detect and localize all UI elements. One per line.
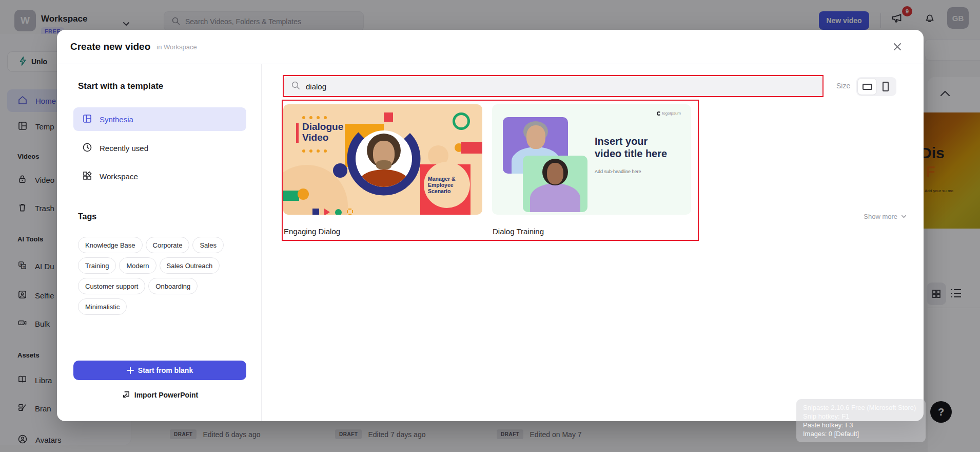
decor-ring: [453, 112, 470, 130]
start-from-blank-label: Start from blank: [138, 366, 193, 374]
app-root: W Workspace FREE Search Videos, Folders …: [0, 0, 980, 452]
templates-icon: [82, 114, 92, 125]
create-new-video-modal: Create new video in Workspace Start with…: [57, 30, 924, 421]
tag-chip[interactable]: Sales: [192, 237, 224, 253]
plus-icon: [127, 367, 134, 374]
chevron-down-icon: [900, 213, 907, 220]
template-card-label: Dialog Training: [493, 227, 544, 236]
tag-chip[interactable]: Sales Outreach: [160, 257, 220, 274]
search-icon: [291, 81, 300, 92]
tag-chip[interactable]: Corporate: [146, 237, 190, 253]
tag-chip[interactable]: Modern: [119, 257, 156, 274]
tags-heading: Tags: [78, 212, 96, 221]
import-icon: [122, 390, 130, 399]
landscape-size-button[interactable]: [858, 79, 876, 95]
shapes-grid-icon: [82, 171, 92, 182]
tab-recently-used[interactable]: Recently used: [73, 136, 246, 160]
scenario-text: Manager & Employee Scenario: [428, 176, 466, 194]
template-search-field[interactable]: [306, 82, 768, 91]
presenter-photo-woman: [523, 156, 587, 212]
modal-header: Create new video in Workspace: [57, 30, 924, 64]
decor-circle: [298, 189, 309, 200]
modal-subtitle: in Workspace: [156, 43, 197, 51]
show-more-label: Show more: [864, 213, 897, 220]
decor-circle: [333, 163, 347, 178]
tab-label: Recently used: [100, 144, 148, 153]
import-powerpoint-label: Import PowerPoint: [134, 391, 198, 399]
slide-title: Insert yourvideo title here: [595, 135, 667, 160]
tab-label: Synthesia: [100, 115, 133, 124]
tag-chip[interactable]: Customer support: [78, 278, 145, 294]
template-thumbnail: logoipsum Insert yourvideo title here Ad…: [492, 104, 691, 215]
clock-icon: [82, 142, 92, 154]
slide-title: DialogueVideo: [302, 121, 343, 143]
decor-dots: [302, 116, 327, 119]
presenter-photo: [356, 130, 412, 187]
tooltip-line: Snipaste 2.10.6 Free (Microsoft Store): [803, 403, 919, 412]
decor-bar: [461, 142, 482, 154]
tag-chip[interactable]: Onboarding: [148, 278, 198, 294]
tooltip-line: Paste hotkey: F3: [803, 421, 919, 429]
scenario-badge: Manager & Employee Scenario: [424, 162, 470, 208]
close-icon[interactable]: [892, 41, 903, 54]
decor-dashed-square: [347, 209, 353, 215]
size-label: Size: [836, 82, 850, 90]
decor-circle: [335, 209, 342, 215]
import-powerpoint-button[interactable]: Import PowerPoint: [73, 390, 246, 399]
template-card-dialog-training[interactable]: logoipsum Insert yourvideo title here Ad…: [492, 104, 691, 215]
start-from-blank-button[interactable]: Start from blank: [73, 361, 246, 380]
template-thumbnail: DialogueVideo Manager & Employee Scenari…: [283, 104, 482, 215]
modal-title: Create new video: [70, 41, 150, 52]
template-card-engaging-dialog[interactable]: DialogueVideo Manager & Employee Scenari…: [283, 104, 482, 215]
tooltip-line: Snip hotkey: F1: [803, 412, 919, 421]
tag-chip[interactable]: Minimalistic: [78, 298, 127, 315]
tag-chip[interactable]: Knowledge Base: [78, 237, 143, 253]
tab-workspace[interactable]: Workspace: [73, 164, 246, 188]
tag-chip-list: Knowledge BaseCorporateSalesTrainingMode…: [78, 237, 247, 319]
slide-subtitle: Add sub-headline here: [595, 169, 641, 174]
decor-bar: [283, 191, 299, 201]
show-more-button[interactable]: Show more: [864, 213, 907, 220]
logo-icon: [657, 111, 661, 116]
decor-triangle: [324, 209, 330, 215]
tooltip-line: Images: 0 [Default]: [803, 429, 919, 438]
template-panel-heading: Start with a template: [78, 81, 163, 91]
decor-dots: [302, 149, 327, 153]
portrait-size-button[interactable]: [876, 79, 895, 95]
landscape-icon: [863, 84, 872, 90]
template-search-input[interactable]: [284, 77, 822, 96]
decor-square: [312, 209, 319, 215]
logoipsum-logo: logoipsum: [657, 111, 681, 116]
tag-chip[interactable]: Training: [78, 257, 116, 274]
size-toggle: [856, 77, 896, 96]
portrait-icon: [883, 82, 889, 91]
snipaste-tooltip: Snipaste 2.10.6 Free (Microsoft Store) S…: [796, 399, 926, 442]
modal-divider: [261, 64, 262, 421]
tab-label: Workspace: [100, 172, 138, 181]
decor-bar: [296, 123, 299, 143]
tab-synthesia[interactable]: Synthesia: [73, 107, 246, 131]
template-card-label: Engaging Dialog: [284, 227, 340, 236]
